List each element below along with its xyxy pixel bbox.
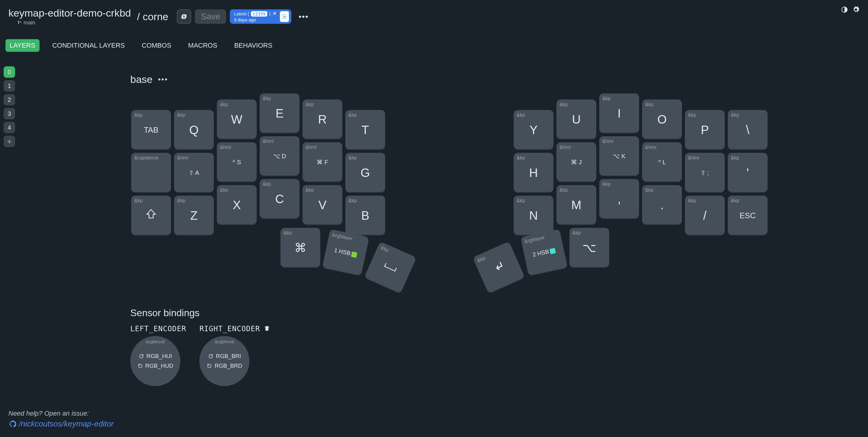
encoders-row: LEFT_ENCODER&rgbknobRGB_HUIRGB_HUDRIGHT_… xyxy=(130,325,270,386)
key[interactable]: &kpR xyxy=(303,99,342,139)
key-label: ⌥ K xyxy=(613,153,625,160)
key[interactable]: &kpH xyxy=(514,153,553,193)
key-behavior: &hmr xyxy=(688,155,700,161)
key[interactable]: &hml^ S xyxy=(217,142,257,182)
key-label: T xyxy=(362,123,369,137)
key-label: C xyxy=(275,192,284,206)
key-label: ⌥ D xyxy=(273,153,286,160)
key[interactable]: &hmr⇧ ; xyxy=(685,153,725,193)
key[interactable]: &kp, xyxy=(599,179,639,219)
encoder-knob[interactable]: &rgbknobRGB_HUIRGB_HUD xyxy=(130,336,180,386)
key-behavior: &kp xyxy=(263,96,271,101)
key[interactable]: &hml⌘ F xyxy=(303,142,342,182)
key-label: ⇧ A xyxy=(189,169,199,176)
encoder-block: RIGHT_ENCODER&rgbknobRGB_BRIRGB_BRD xyxy=(199,325,270,386)
key[interactable]: &kpU xyxy=(556,99,596,139)
key[interactable]: &kp xyxy=(473,241,525,294)
key[interactable]: &kpW xyxy=(217,99,257,139)
key-behavior: &kp xyxy=(177,198,185,203)
encoder-ccw: RGB_BRD xyxy=(207,363,242,369)
key-label: ^ L xyxy=(658,159,666,166)
github-link[interactable]: /nickcoutsos/keymap-editor xyxy=(19,419,114,429)
key[interactable]: &kpX xyxy=(217,185,257,225)
key-label: , xyxy=(617,192,621,206)
key-label: Y xyxy=(530,123,538,137)
encoder-behavior: &rgbknob xyxy=(146,339,165,344)
key-label: U xyxy=(572,113,581,126)
key[interactable]: &kpT xyxy=(345,110,385,150)
key[interactable]: &kpI xyxy=(599,94,639,133)
key-behavior: &kp xyxy=(380,245,390,253)
key[interactable]: &kpE xyxy=(260,94,300,133)
key-behavior: &kp xyxy=(134,198,143,203)
sensor-section: Sensor bindings LEFT_ENCODER&rgbknobRGB_… xyxy=(130,307,270,386)
key[interactable]: &kpN xyxy=(514,196,553,235)
key-label: M xyxy=(571,198,581,212)
key-behavior: &hml xyxy=(306,145,316,150)
key-label: ^ S xyxy=(232,159,241,166)
key-behavior: &hml xyxy=(263,139,274,144)
sensor-title: Sensor bindings xyxy=(130,307,270,318)
key-behavior: &kp xyxy=(602,96,611,101)
key[interactable]: &kpP xyxy=(685,110,725,150)
key[interactable]: &kpG xyxy=(345,153,385,193)
key-behavior: &kp xyxy=(517,155,525,161)
key[interactable]: &hmr⌥ K xyxy=(599,136,639,176)
key-label: / xyxy=(703,209,706,223)
key[interactable]: &kpO xyxy=(642,99,682,139)
key-behavior: &kp xyxy=(476,255,486,264)
key[interactable]: &hmr⌘ J xyxy=(556,142,596,182)
key-behavior: &kp xyxy=(177,112,185,118)
key-behavior: &kp xyxy=(688,198,696,203)
key-behavior: &kp xyxy=(306,188,314,193)
key[interactable]: &kpC xyxy=(260,179,300,219)
key[interactable]: &kpB xyxy=(345,196,385,235)
encoder-knob[interactable]: &rgbknobRGB_BRIRGB_BRD xyxy=(199,336,249,386)
key[interactable]: &kp/ xyxy=(685,196,725,235)
key-label xyxy=(381,258,400,277)
key[interactable]: &kpQ xyxy=(174,110,214,150)
key[interactable]: &kpV xyxy=(303,185,342,225)
key[interactable]: &kp' xyxy=(728,153,768,193)
key[interactable]: &hmr^ L xyxy=(642,142,682,182)
encoder-cw: RGB_BRI xyxy=(208,353,241,360)
key[interactable]: &kpZ xyxy=(174,196,214,235)
key[interactable]: &kp xyxy=(364,241,416,294)
key-label: 1 HSB xyxy=(334,247,358,258)
key[interactable]: &kpESC xyxy=(728,196,768,235)
key[interactable]: &hml⇧ A xyxy=(174,153,214,193)
key-label: G xyxy=(361,166,370,180)
key[interactable]: &kp xyxy=(131,196,171,235)
key[interactable]: &kp⌥ xyxy=(569,228,609,268)
key-behavior: &hml xyxy=(177,155,188,161)
key[interactable]: &kpY xyxy=(514,110,553,150)
key[interactable]: &rgblayer1 HSB xyxy=(322,229,369,276)
key[interactable]: &kpTAB xyxy=(131,110,171,150)
encoder-block: LEFT_ENCODER&rgbknobRGB_HUIRGB_HUD xyxy=(130,325,186,386)
key-label: Q xyxy=(189,123,198,137)
key[interactable]: &hml⌥ D xyxy=(260,136,300,176)
key-label: ⌘ xyxy=(294,241,306,255)
key[interactable]: &kpM xyxy=(556,185,596,225)
key-behavior: &kp xyxy=(572,230,581,236)
trash-icon[interactable] xyxy=(264,325,270,333)
key-behavior: &kp xyxy=(559,102,568,107)
key-behavior: &hml xyxy=(220,145,231,150)
key-label: P xyxy=(701,123,709,137)
key[interactable]: &kp\ xyxy=(728,110,768,150)
key-behavior: &kp xyxy=(306,102,314,107)
encoder-cw: RGB_HUI xyxy=(139,353,172,360)
key-behavior: &kp xyxy=(559,188,568,193)
key-label: V xyxy=(318,198,327,212)
key[interactable]: &kp⌘ xyxy=(280,228,320,268)
key[interactable]: &capdance xyxy=(131,153,171,193)
github-link-row[interactable]: /nickcoutsos/keymap-editor xyxy=(8,419,114,429)
key-label: . xyxy=(660,198,663,212)
key-behavior: &kp xyxy=(731,112,739,118)
key[interactable]: &kp. xyxy=(642,185,682,225)
key-behavior: &kp xyxy=(348,155,357,161)
key-label: \ xyxy=(746,123,749,137)
encoder-ccw: RGB_HUD xyxy=(137,363,174,369)
key[interactable]: &rgblayer2 HSB xyxy=(521,229,568,276)
github-icon xyxy=(8,420,17,428)
